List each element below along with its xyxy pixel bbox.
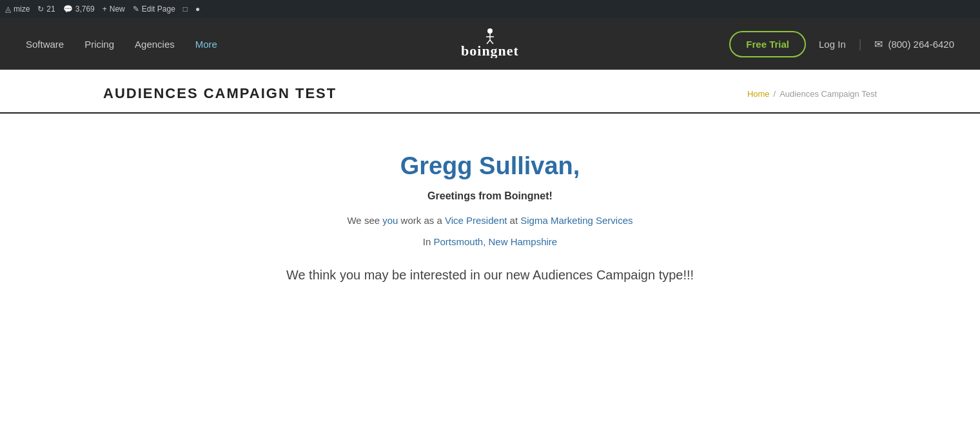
- work-company: Sigma Marketing Services: [520, 215, 632, 226]
- edit-page-item[interactable]: ✎ Edit Page: [133, 5, 175, 14]
- location-city: Portsmouth, New Hampshire: [433, 236, 557, 247]
- plus-icon: +: [103, 5, 107, 14]
- page-header: AUDIENCES CAMPAIGN TEST Home / Audiences…: [0, 70, 980, 114]
- breadcrumb-separator: /: [774, 89, 776, 99]
- comment-icon: 💬: [63, 5, 73, 14]
- phone-number: (800) 264-6420: [888, 39, 954, 50]
- campaign-message: We think you may be interested in our ne…: [213, 268, 767, 283]
- login-link[interactable]: Log In: [819, 39, 846, 50]
- circle-item[interactable]: ●: [195, 5, 200, 14]
- nav-divider: |: [859, 37, 862, 51]
- refresh-item[interactable]: ↻ 21: [37, 5, 55, 14]
- svg-point-0: [487, 28, 493, 34]
- nav-left: Software Pricing Agencies More: [26, 39, 217, 50]
- pencil-icon: ✎: [133, 5, 139, 14]
- refresh-icon: ↻: [37, 5, 44, 14]
- work-title: Vice President: [445, 215, 507, 226]
- work-middle2: at: [507, 215, 520, 226]
- work-info: We see you work as a Vice President at S…: [213, 215, 767, 226]
- logo-text: boingnet: [438, 42, 542, 62]
- nav-right: Free Trial Log In | ✉ (800) 264-6420: [729, 31, 954, 57]
- envelope-icon: ✉: [874, 38, 883, 50]
- main-content: Gregg Sullivan, Greetings from Boingnet!…: [200, 114, 780, 321]
- work-prefix: We see: [347, 215, 382, 226]
- software-nav-link[interactable]: Software: [26, 39, 64, 50]
- pricing-nav-link[interactable]: Pricing: [84, 39, 114, 50]
- work-middle1: work as a: [398, 215, 445, 226]
- customize-icon: ◬: [5, 5, 11, 14]
- breadcrumb-current: Audiences Campaign Test: [779, 89, 877, 99]
- agencies-nav-link[interactable]: Agencies: [135, 39, 175, 50]
- svg-text:boingnet: boingnet: [461, 43, 519, 58]
- new-item[interactable]: + New: [103, 5, 125, 14]
- logo-container[interactable]: boingnet: [438, 26, 542, 63]
- breadcrumb-home-link[interactable]: Home: [747, 89, 770, 99]
- greeting-sub: Greetings from Boingnet!: [213, 190, 767, 202]
- logo-svg: boingnet: [438, 26, 542, 58]
- breadcrumb: Home / Audiences Campaign Test: [747, 89, 877, 99]
- wp-icon-item[interactable]: □: [183, 5, 188, 14]
- greeting-name: Gregg Sullivan,: [213, 152, 767, 180]
- free-trial-button[interactable]: Free Trial: [729, 31, 806, 57]
- wp-icon: □: [183, 5, 188, 14]
- comments-item[interactable]: 💬 3,769: [63, 5, 95, 14]
- circle-icon: ●: [195, 5, 200, 14]
- location-prefix: In: [423, 236, 434, 247]
- location-info: In Portsmouth, New Hampshire: [213, 236, 767, 247]
- work-you: you: [382, 215, 398, 226]
- main-nav: Software Pricing Agencies More boingnet …: [0, 18, 980, 70]
- page-title: AUDIENCES CAMPAIGN TEST: [103, 85, 337, 102]
- more-nav-link[interactable]: More: [195, 39, 217, 50]
- customize-item[interactable]: ◬ mize: [5, 5, 30, 14]
- admin-bar: ◬ mize ↻ 21 💬 3,769 + New ✎ Edit Page □ …: [0, 0, 980, 18]
- phone-container: ✉ (800) 264-6420: [874, 38, 954, 50]
